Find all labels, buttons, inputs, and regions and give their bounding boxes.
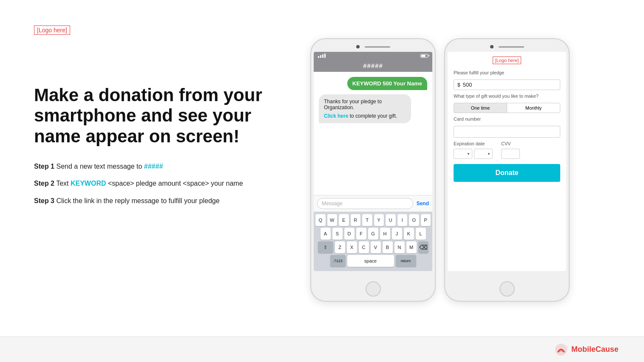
bar-1 [318,56,319,58]
key-t[interactable]: T [362,214,372,226]
key-k[interactable]: K [404,228,414,240]
sms-contact-header: ##### [314,59,432,72]
key-s[interactable]: S [332,228,343,240]
reply-link[interactable]: Click here [324,113,348,119]
key-row-4: .?123 space return [315,255,431,267]
step-2-label: Step 2 [34,180,54,187]
key-r[interactable]: R [351,214,361,226]
phone-top-bar [311,39,435,52]
mobilecause-icon [554,343,568,356]
brand-part1: Mobile [571,345,596,354]
key-u[interactable]: U [386,214,396,226]
phone-sms: ##### KEYWORD 500 Your Name Thanks for y… [310,38,436,302]
card-number-input[interactable] [454,126,560,138]
gift-btn-monthly[interactable]: Monthly [507,103,560,113]
key-g[interactable]: G [368,228,378,240]
key-w[interactable]: W [327,214,338,226]
chevron-down-icon: ▼ [467,152,470,156]
gift-type-selector: One time Monthly [454,103,560,113]
sms-input-bar: Message Send [314,195,432,212]
expiry-inputs: ▼ ▼ [454,149,493,159]
step-2: Step 2 Text KEYWORD <space> pledge amoun… [34,179,268,188]
phone-dot [356,45,360,48]
key-j[interactable]: J [392,228,402,240]
sent-bubble: KEYWORD 500 Your Name [347,77,427,90]
key-space[interactable]: space [347,255,394,267]
key-a[interactable]: A [321,228,331,240]
step-3-label: Step 3 [34,197,54,204]
phone2-top-bar [445,39,569,52]
key-row-1: Q W E R T Y U I O P [315,214,431,226]
key-q[interactable]: Q [315,214,326,226]
phone-home-button[interactable] [366,281,381,297]
key-d[interactable]: D [344,228,355,240]
step-3: Step 3 Click the link in the reply messa… [34,196,268,206]
brand-name: MobileCause [571,345,618,354]
key-l[interactable]: L [416,228,426,240]
key-v[interactable]: V [371,241,381,253]
phone2-home-button[interactable] [499,281,515,297]
expiry-cvv-row: Expiration date ▼ ▼ CVV [454,141,560,159]
expiry-month-select[interactable]: ▼ [454,149,472,159]
key-row-2: A S D F G H J K L [315,228,431,240]
amount-value: 500 [463,82,472,88]
phone2-dot [490,45,494,48]
form-logo-area: [Logo here] [454,56,560,64]
mobilecause-logo: MobileCause [554,343,618,356]
expiry-label: Expiration date [454,141,493,146]
logo-area: [Logo here] [34,25,70,35]
step-1-hashtag: ##### [144,163,163,170]
steps-list: Step 1 Send a new text message to ##### … [34,162,268,206]
key-shift[interactable]: ⇧ [318,241,333,253]
card-label: Card number [454,116,560,122]
gift-btn-onetime[interactable]: One time [454,103,507,113]
key-o[interactable]: O [409,214,419,226]
left-content: Make a donation from your smartphone and… [34,85,268,206]
cvv-section: CVV [501,141,520,159]
key-p[interactable]: P [421,214,431,226]
gift-type-label: What type of gift would you like to make… [454,93,560,99]
bar-2 [320,55,321,58]
key-b[interactable]: B [383,241,393,253]
key-num[interactable]: .?123 [330,255,346,267]
cvv-input[interactable] [501,149,520,159]
phones-container: ##### KEYWORD 500 Your Name Thanks for y… [310,38,570,302]
key-n[interactable]: N [394,241,405,253]
key-m[interactable]: M [406,241,417,253]
bar-3 [322,54,323,58]
form-logo-placeholder: [Logo here] [493,57,522,64]
step-2-keyword: KEYWORD [71,180,106,187]
key-h[interactable]: H [380,228,390,240]
expiry-year-select[interactable]: ▼ [474,149,493,159]
chevron-down-icon-2: ▼ [487,152,491,156]
donate-button[interactable]: Donate [454,164,560,182]
reply-text-1: Thanks for your pledge to Organization. [324,99,406,110]
phone-line [365,46,390,48]
send-button[interactable]: Send [417,201,429,206]
brand-part2: Cause [596,345,618,354]
key-c[interactable]: C [359,241,369,253]
received-bubble: Thanks for your pledge to Organization. … [319,94,411,123]
battery-fill [421,55,426,57]
key-z[interactable]: Z [335,241,345,253]
status-bar [314,52,432,59]
key-i[interactable]: I [397,214,408,226]
cvv-label: CVV [501,141,520,146]
key-y[interactable]: Y [374,214,384,226]
step-1: Step 1 Send a new text message to ##### [34,162,268,171]
sms-messages: KEYWORD 500 Your Name Thanks for your pl… [314,72,432,195]
donation-form-screen: [Logo here] Please fulfill your pledge $… [448,52,566,271]
keyboard: Q W E R T Y U I O P A S D F G H [314,212,432,271]
signal-bars [318,54,326,58]
bar-4 [324,54,326,58]
amount-row: $ 500 [454,79,560,90]
key-x[interactable]: X [347,241,357,253]
key-e[interactable]: E [339,214,349,226]
key-f[interactable]: F [356,228,366,240]
phone-form: [Logo here] Please fulfill your pledge $… [444,38,570,302]
logo-placeholder: [Logo here] [34,25,70,35]
step-1-label: Step 1 [34,163,54,170]
message-input[interactable]: Message [317,198,413,209]
key-return[interactable]: return [396,255,416,267]
key-delete[interactable]: ⌫ [418,241,428,253]
